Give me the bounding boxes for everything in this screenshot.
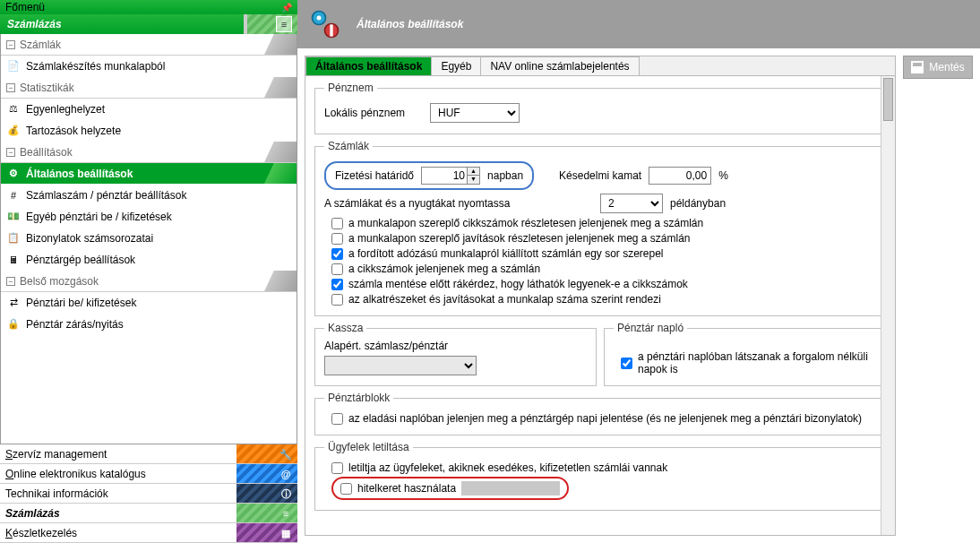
bot-online-kat[interactable]: Online elektronikus katalógus@ [0,464,297,484]
input-kamat[interactable] [649,167,711,185]
group-beallitasok[interactable]: −Beállítások [1,142,297,163]
chk-forditott-adozas[interactable] [331,248,343,260]
item-penztar-zaras[interactable]: 🔒Pénztár zárás/nyitás [1,314,297,335]
label-percent: % [718,169,728,182]
select-kassza[interactable] [324,356,477,375]
fieldset-szamlak: Számlák Fizetési határidő ▲▼ napban Kése… [314,140,886,316]
bot-label: Készletkezelés [5,527,77,539]
pin-icon[interactable]: 📌 [281,3,292,13]
bot-keszlet[interactable]: Készletkezelés▦ [0,523,297,543]
spin-down-icon[interactable]: ▼ [467,176,479,184]
collapse-icon[interactable]: − [6,83,15,92]
wrench-icon: 🔧 [278,446,294,462]
tab-other[interactable]: Egyéb [431,56,481,75]
save-icon [911,61,924,73]
chk-label: számla mentése előtt rákérdez, hogy láth… [348,278,688,290]
svg-point-1 [317,16,322,21]
register-icon: 🖩 [6,253,21,267]
numbers-icon: # [6,188,21,203]
legend-kassza: Kassza [324,322,366,334]
section-title: Számlázás [7,18,62,30]
collapse-icon[interactable]: − [6,277,15,286]
scrollbar[interactable] [881,76,895,535]
legend-szamlak: Számlák [324,140,373,152]
group-szamlak[interactable]: −Számlák [1,34,297,56]
item-label: Pénztári be/ kifizetések [26,297,136,309]
spinner-days[interactable]: ▲▼ [421,167,480,185]
save-button[interactable]: Mentés [903,56,973,79]
debt-icon: 💰 [6,124,21,138]
title-bar: Általános beállítások [297,0,980,48]
chk-label: az alkatrészeket és javításokat a munkal… [348,293,661,306]
bot-label: Számlázás [5,507,60,520]
disabled-input [461,481,560,496]
fieldset-naplo: Pénztár napló a pénztári naplóban látsza… [604,322,886,386]
chk-naplo-forgalomnelkul[interactable] [621,358,632,369]
bot-szerviz[interactable]: Szervíz management🔧 [0,444,297,464]
chk-eladasi-naplo[interactable] [331,413,343,425]
highlight-fizhatarido: Fizetési határidő ▲▼ napban [324,161,534,190]
chk-letiltja-ugyfelek[interactable] [331,462,343,474]
balance-icon: ⚖ [6,102,21,116]
group-belso[interactable]: −Belső mozgások [1,271,297,292]
bot-label: Online elektronikus katalógus [5,468,146,480]
tab-general[interactable]: Általános beállítások [305,56,432,75]
chk-label: a cikkszámok jelenjenek meg a számlán [348,263,540,275]
item-egyenleg[interactable]: ⚖Egyenleghelyzet [1,99,297,120]
label-peldanyban: példányban [670,197,726,210]
gear-icon: ⚙ [6,167,21,181]
chk-label: a fordított adózású munkalapról kiállíto… [348,247,664,260]
spin-up-icon[interactable]: ▲ [467,168,479,176]
item-label: Pénztárgép beállítások [26,254,135,266]
tab-nav-online[interactable]: NAV online számlabejelentés [480,56,639,75]
legend-penztarblokk: Pénztárblokk [324,392,393,404]
bottom-nav: Szervíz management🔧 Online elektronikus … [0,444,297,543]
item-penztargep[interactable]: 🖩Pénztárgép beállítások [1,249,297,271]
item-label: Tartozások helyzete [26,125,121,137]
item-penztari-beki[interactable]: ⇄Pénztári be/ kifizetések [1,292,297,314]
item-szamlaszam[interactable]: #Számlaszám / pénztár beállítások [1,185,297,206]
label-fizhatarido: Fizetési határidő [335,169,414,182]
invoice-icon: ≡ [278,505,294,521]
item-altalanos[interactable]: ⚙Általános beállítások [1,163,297,185]
input-days[interactable] [422,168,467,184]
item-label: Pénztár zárás/nyitás [26,318,124,331]
item-label: Általános beállítások [26,168,133,180]
item-egyeb-penztari[interactable]: 💵Egyéb pénztári be / kifizetések [1,206,297,228]
chk-hitelkeret[interactable] [340,483,352,495]
fieldset-ugyfelek: Ügyfelek letiltása letiltja az ügyfeleke… [314,441,886,511]
fieldset-penztarblokk: Pénztárblokk az eladási naplóban jelenje… [314,392,886,435]
bot-label: Szervíz management [5,448,107,461]
sidebar: Főmenü 📌 Számlázás ≡ −Számlák 📄Számlakés… [0,0,297,543]
label-lokalis: Lokális pénznem [324,107,423,119]
collapse-icon[interactable]: − [6,40,15,49]
group-label: Belső mozgások [20,275,99,288]
chk-cikkszamok-megjelen[interactable] [331,263,343,275]
chk-cikkszamok-reszletes[interactable] [331,218,343,229]
group-statisztikak[interactable]: −Statisztikák [1,77,297,99]
item-bizonylatok[interactable]: 📋Bizonylatok számsorozatai [1,228,297,249]
bot-technikai[interactable]: Technikai információkⓘ [0,484,297,504]
bot-szamlazas[interactable]: Számlázás≡ [0,504,297,523]
fieldset-kassza: Kassza Alapért. számlasz/pénztár [314,322,597,386]
main-menu-header: Főmenü 📌 [0,0,297,14]
label-kesedelmi: Késedelmi kamat [559,169,641,182]
section-szamlazas[interactable]: Számlázás ≡ [0,14,297,34]
nav-tree: −Számlák 📄Számlakészítés munkalapból −St… [0,34,297,444]
label-kassza-default: Alapért. számlasz/pénztár [324,340,587,352]
select-peldany[interactable]: 2 [600,194,663,213]
lock-icon: 🔒 [6,317,21,332]
highlight-hitelkeret: hitelkeret használata [331,477,569,500]
item-szamlakeszites[interactable]: 📄Számlakészítés munkalapból [1,56,297,77]
chk-javitasok-reszletes[interactable] [331,233,343,245]
scrollbar-thumb[interactable] [883,78,893,121]
legend-penznem: Pénznem [324,82,377,94]
action-column: Mentés [903,56,973,536]
select-currency[interactable]: HUF [430,103,520,123]
chk-mentes-rakerdez[interactable] [331,279,343,290]
box-icon: ▦ [278,525,294,541]
chk-alkatresz-rendez[interactable] [331,294,343,306]
invoice-icon: ≡ [276,16,292,32]
item-tartozasok[interactable]: 💰Tartozások helyzete [1,120,297,142]
collapse-icon[interactable]: − [6,148,15,157]
